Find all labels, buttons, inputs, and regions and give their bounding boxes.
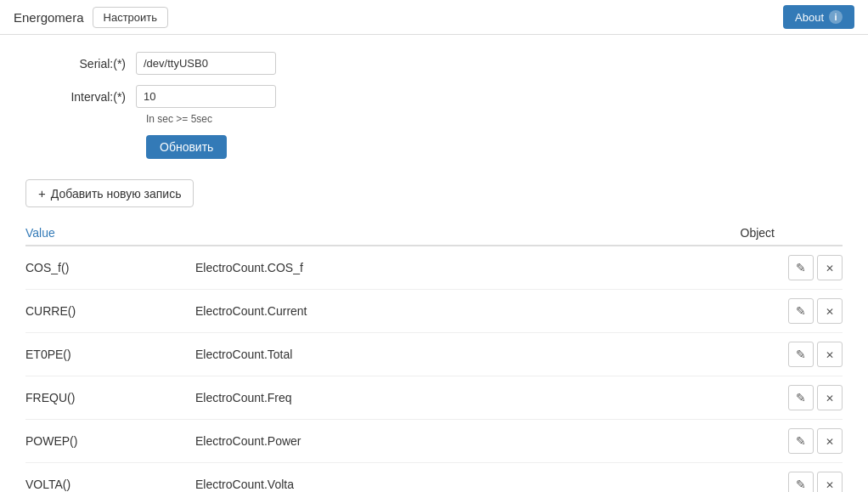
delete-button[interactable]: [817, 428, 843, 454]
serial-input[interactable]: [136, 52, 276, 75]
configure-button[interactable]: Настроить: [93, 7, 169, 28]
edit-button[interactable]: [788, 255, 814, 280]
col-value-header: Value: [25, 226, 434, 240]
edit-button[interactable]: [788, 342, 814, 367]
about-button[interactable]: About i: [783, 5, 854, 29]
add-record-button[interactable]: + Добавить новую запись: [25, 179, 194, 207]
table-row: ET0PE() ElectroCount.Total: [25, 333, 843, 376]
row-object: ElectroCount.Total: [195, 348, 788, 361]
interval-input[interactable]: [136, 85, 276, 108]
x-icon: [826, 435, 834, 448]
delete-button[interactable]: [817, 298, 843, 324]
header-left: Energomera Настроить: [14, 7, 168, 28]
row-actions: [788, 472, 843, 492]
edit-button[interactable]: [788, 428, 814, 454]
table-body: COS_f() ElectroCount.COS_f CURRE() Elect…: [25, 246, 843, 492]
table-row: COS_f() ElectroCount.COS_f: [25, 246, 843, 290]
serial-label: Serial:(*): [25, 57, 136, 71]
info-icon: i: [829, 10, 843, 24]
table-row: VOLTA() ElectroCount.Volta: [25, 463, 843, 492]
update-button[interactable]: Обновить: [146, 135, 227, 159]
pencil-icon: [796, 261, 806, 274]
row-value: ET0PE(): [25, 348, 195, 361]
delete-button[interactable]: [817, 342, 843, 367]
row-object: ElectroCount.COS_f: [195, 261, 788, 274]
records-table: Value Object COS_f() ElectroCount.COS_f …: [25, 221, 843, 492]
delete-button[interactable]: [817, 472, 843, 492]
main-content: Serial:(*) Interval:(*) In sec >= 5sec О…: [0, 35, 868, 492]
interval-label: Interval:(*): [25, 90, 136, 104]
edit-button[interactable]: [788, 298, 814, 324]
x-icon: [826, 305, 834, 318]
row-value: FREQU(): [25, 391, 195, 404]
brand-name: Energomera: [14, 10, 84, 25]
pencil-icon: [796, 391, 806, 404]
pencil-icon: [796, 348, 806, 361]
x-icon: [826, 478, 834, 491]
add-record-label: Добавить новую запись: [51, 187, 182, 201]
x-icon: [826, 348, 834, 361]
table-row: POWEP() ElectroCount.Power: [25, 420, 843, 463]
pencil-icon: [796, 478, 806, 491]
delete-button[interactable]: [817, 255, 843, 280]
plus-icon: +: [38, 186, 46, 201]
x-icon: [826, 392, 834, 404]
pencil-icon: [796, 434, 806, 448]
row-object: ElectroCount.Current: [195, 304, 788, 318]
table-row: CURRE() ElectroCount.Current: [25, 290, 843, 333]
row-actions: [788, 342, 843, 367]
pencil-icon: [796, 304, 806, 318]
row-object: ElectroCount.Volta: [195, 478, 788, 491]
about-label: About: [795, 11, 824, 24]
edit-button[interactable]: [788, 472, 814, 492]
row-value: COS_f(): [25, 261, 195, 274]
interval-hint: In sec >= 5sec: [146, 113, 843, 125]
row-object: ElectroCount.Freq: [195, 391, 788, 404]
row-value: VOLTA(): [25, 478, 195, 491]
row-actions: [788, 298, 843, 324]
row-value: POWEP(): [25, 434, 195, 448]
interval-row: Interval:(*): [25, 85, 843, 108]
table-row: FREQU() ElectroCount.Freq: [25, 376, 843, 420]
row-value: CURRE(): [25, 304, 195, 318]
x-icon: [826, 262, 834, 274]
row-actions: [788, 428, 843, 454]
header: Energomera Настроить About i: [0, 0, 868, 35]
col-object-header: Object: [741, 226, 843, 240]
form-section: Serial:(*) Interval:(*) In sec >= 5sec О…: [25, 52, 843, 159]
serial-row: Serial:(*): [25, 52, 843, 75]
row-actions: [788, 385, 843, 410]
delete-button[interactable]: [817, 385, 843, 410]
row-object: ElectroCount.Power: [195, 434, 788, 448]
edit-button[interactable]: [788, 385, 814, 410]
row-actions: [788, 255, 843, 280]
table-header: Value Object: [25, 221, 843, 246]
